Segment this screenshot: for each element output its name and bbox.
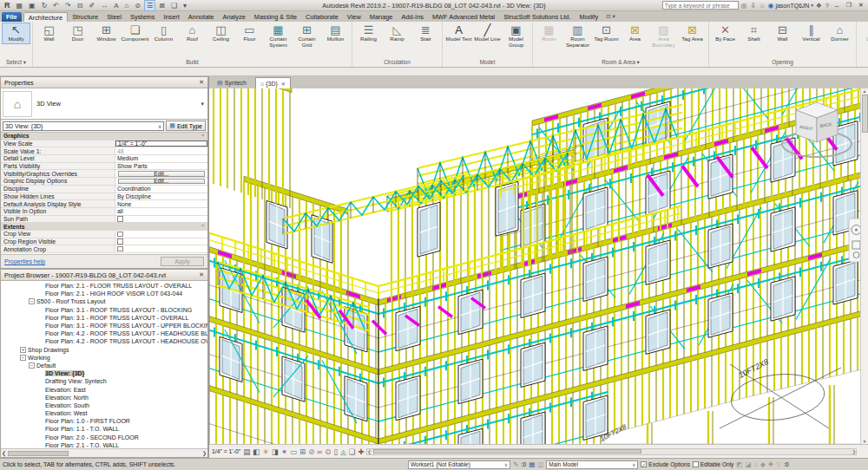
tree-expander-icon[interactable] bbox=[37, 442, 43, 448]
browser-tree-item[interactable]: Elevation: West bbox=[1, 409, 207, 417]
scroll-down-icon[interactable]: ▼ bbox=[863, 439, 867, 444]
property-row[interactable]: Sun Path bbox=[1, 216, 207, 224]
ribbon-options-icon[interactable]: ⊡ ▾ bbox=[606, 13, 615, 20]
property-value[interactable]: Medium bbox=[115, 155, 207, 162]
browser-tree-item[interactable]: 3D View: {3D} bbox=[1, 369, 207, 377]
properties-header[interactable]: Properties ✕ bbox=[1, 77, 207, 88]
worksets-icon[interactable]: ▦ bbox=[529, 460, 535, 468]
property-value[interactable]: By Discipline bbox=[115, 193, 207, 200]
ribbon-button[interactable]: ≣ Stair bbox=[411, 23, 440, 44]
save-icon[interactable]: ▣ bbox=[26, 0, 38, 11]
browser-tree-item[interactable]: − Default bbox=[1, 362, 207, 369]
filter-icon[interactable]: ▽ bbox=[776, 460, 781, 468]
browser-tree-item[interactable]: Elevation: East bbox=[1, 385, 207, 393]
property-row[interactable]: Detail Level Medium Medium bbox=[1, 155, 207, 163]
scroll-thumb[interactable] bbox=[8, 451, 69, 456]
type-selector[interactable]: ⌂ 3D View ▾ bbox=[1, 88, 207, 120]
select-pinned-icon[interactable]: ⌂ bbox=[754, 460, 759, 468]
section-collapse-icon[interactable]: ^ bbox=[201, 224, 207, 229]
ribbon-button[interactable]: ▭ Floor bbox=[235, 23, 264, 44]
ribbon-button[interactable]: ╱ Model Line bbox=[473, 23, 502, 44]
ribbon-tab[interactable]: Annotate bbox=[184, 12, 219, 22]
tree-expander-icon[interactable] bbox=[37, 323, 43, 329]
ribbon-button[interactable]: ▥ Room Separator bbox=[563, 23, 592, 50]
ribbon-tab[interactable]: File bbox=[2, 12, 22, 22]
ribbon-tab[interactable]: Massing & Site bbox=[250, 12, 301, 22]
default-3d-view-icon[interactable]: ⌂ bbox=[122, 0, 131, 11]
sun-path-icon[interactable]: ☀ bbox=[262, 447, 269, 456]
property-row[interactable]: Crop Region Visible bbox=[1, 238, 207, 246]
drag-on-selection-icon[interactable]: ✚ bbox=[768, 460, 773, 468]
ribbon-button[interactable]: A Model Text bbox=[444, 23, 473, 44]
canvas-vscrollbar[interactable]: ▲ ▼ bbox=[860, 88, 868, 444]
displacement-icon[interactable]: ❏ bbox=[349, 447, 356, 456]
ribbon-tab[interactable]: View bbox=[343, 12, 365, 22]
tree-expander-icon[interactable] bbox=[37, 426, 43, 432]
select-by-face-icon[interactable]: ◆ bbox=[760, 460, 766, 468]
property-value[interactable]: all bbox=[115, 208, 207, 215]
ribbon-button[interactable]: ⊠ Area bbox=[621, 23, 649, 44]
ribbon-button[interactable]: ▤ Mullion bbox=[321, 23, 350, 44]
browser-tree-item[interactable]: + Shop Drawings bbox=[1, 346, 207, 354]
browser-tree-item[interactable]: Floor Plan: 2.0 - SECOND FLOOR bbox=[1, 434, 207, 441]
edit-type-button[interactable]: ▦ Edit Type bbox=[166, 121, 206, 131]
tree-expander-icon[interactable] bbox=[37, 387, 43, 393]
lock-view-icon[interactable]: ⊘ bbox=[308, 447, 314, 456]
select-underlay-icon[interactable]: ◪ bbox=[745, 460, 751, 468]
visual-style-icon[interactable]: ◧ bbox=[253, 447, 260, 456]
app-store-icon[interactable]: ❖ bbox=[815, 2, 823, 10]
ribbon-button[interactable]: ⊞ Curtain Grid bbox=[293, 23, 321, 50]
section-icon[interactable]: ⊘ bbox=[132, 0, 143, 11]
model-canvas[interactable]: 10FT2X810FT2X8RIGHTBACK bbox=[209, 88, 868, 444]
ribbon-button[interactable]: ▦ Curtain System bbox=[264, 23, 293, 50]
browser-tree-item[interactable]: Floor Plan: 3.1 - ROOF TRUSS LAYOUT - UP… bbox=[1, 322, 207, 330]
ribbon-button[interactable]: ∥ Vertical bbox=[797, 23, 825, 44]
property-row[interactable]: Crop View bbox=[1, 231, 207, 238]
ribbon-tab[interactable]: StrucSoft Solutions Ltd. bbox=[499, 12, 575, 22]
active-workset-select[interactable]: Workset1 (Not Editable) ∨ bbox=[408, 460, 510, 469]
view-scale-button[interactable]: 1/4" = 1'-0" bbox=[212, 448, 240, 454]
close-icon[interactable]: ✕ bbox=[199, 271, 204, 278]
print-icon[interactable]: ⊟ bbox=[75, 0, 86, 11]
project-browser-header[interactable]: Project Browser - 19007-R19-BLDG 08_LOT … bbox=[1, 270, 207, 281]
ribbon-tab[interactable]: MWF Advanced Metal bbox=[428, 12, 499, 22]
browser-tree-item[interactable]: Floor Plan: 3.1 - ROOF TRUSS LAYOUT - BL… bbox=[1, 306, 207, 314]
detail-level-icon[interactable]: ▤ bbox=[243, 447, 250, 456]
property-row[interactable]: Visible In Option all all bbox=[1, 208, 207, 216]
browser-tree-item[interactable]: Floor Plan: 4.2 - ROOF TRUSS LAYOUT - HE… bbox=[1, 337, 207, 345]
ribbon-button[interactable]: ⌂ Roof bbox=[178, 23, 207, 44]
tree-expander-icon[interactable] bbox=[37, 283, 43, 289]
browser-tree-item[interactable]: Floor Plan: 2.1 - FLOOR TRUSS LAYOUT - O… bbox=[1, 282, 207, 290]
property-row[interactable]: Graphics ^ bbox=[1, 133, 207, 140]
tree-expander-icon[interactable]: + bbox=[20, 347, 26, 353]
text-icon[interactable]: A bbox=[111, 0, 121, 11]
open-icon[interactable]: ▦ bbox=[14, 0, 26, 11]
ribbon-button[interactable]: ⊞ Window bbox=[92, 23, 121, 44]
property-checkbox[interactable] bbox=[115, 231, 207, 238]
measure-icon[interactable]: ✐ bbox=[86, 0, 97, 11]
minimize-button[interactable]: – bbox=[832, 3, 842, 9]
revit-app-icon[interactable]: R bbox=[2, 1, 13, 10]
browser-tree-item[interactable]: Elevation: North bbox=[1, 394, 207, 401]
ribbon-tab[interactable]: Collaborate bbox=[301, 12, 343, 22]
property-row[interactable]: Extents ^ bbox=[1, 223, 207, 231]
canvas-hscrollbar[interactable]: ❮ ❯ bbox=[366, 448, 857, 455]
tree-expander-icon[interactable]: − bbox=[20, 355, 26, 361]
tree-expander-icon[interactable] bbox=[37, 418, 43, 424]
view-tab[interactable]: ▤ Syntech bbox=[213, 77, 254, 88]
tree-expander-icon[interactable]: − bbox=[29, 362, 35, 369]
browser-tree-item[interactable]: Floor Plan: 3.1 - ROOF TRUSS LAYOUT - OV… bbox=[1, 314, 207, 322]
tree-expander-icon[interactable] bbox=[37, 378, 43, 384]
ribbon-tab[interactable]: Structure bbox=[68, 12, 102, 22]
ribbon-button[interactable]: ☰ Railing bbox=[354, 23, 383, 44]
properties-help-link[interactable]: Properties help bbox=[4, 258, 45, 264]
subscription-icon[interactable]: ⇩ bbox=[749, 2, 756, 10]
browser-tree-item[interactable]: − S500 - Roof Truss Layout bbox=[1, 297, 207, 305]
property-row[interactable]: Graphic Display Options Edit... Edit... bbox=[1, 178, 207, 186]
crop-view-icon[interactable]: ▭ bbox=[290, 447, 297, 456]
edit-button[interactable]: Edit... bbox=[118, 171, 205, 177]
drawing-area[interactable]: ▤ Syntech ⌂ {3D} ✕ 10FT2X810FT2X8RIGHTBA… bbox=[208, 76, 868, 458]
ribbon-tab[interactable]: Modify bbox=[575, 12, 602, 22]
switch-windows-icon[interactable]: ❏ bbox=[168, 0, 180, 11]
ribbon-tab[interactable]: Add-Ins bbox=[397, 12, 427, 22]
